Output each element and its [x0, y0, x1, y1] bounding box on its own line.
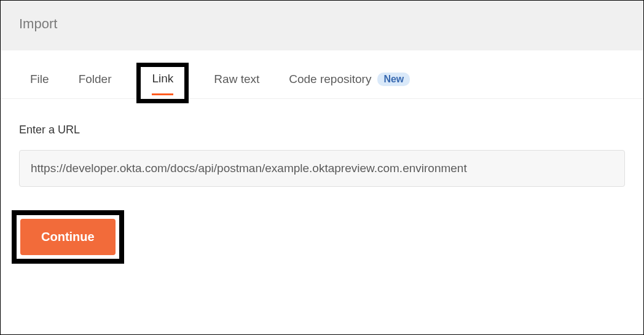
url-input[interactable] — [19, 150, 625, 187]
tab-file[interactable]: File — [30, 73, 49, 89]
url-label: Enter a URL — [19, 124, 625, 136]
new-badge: New — [377, 73, 410, 86]
tab-code-repository-label: Code repository — [289, 73, 371, 86]
highlight-box-link-tab: Link — [136, 63, 189, 103]
continue-button[interactable]: Continue — [20, 219, 116, 255]
highlight-box-continue: Continue — [12, 210, 124, 264]
dialog-title: Import — [19, 16, 625, 32]
tab-raw-text[interactable]: Raw text — [214, 73, 259, 89]
tab-bar: File Folder Link Raw text Code repositor… — [1, 50, 643, 99]
button-section: Continue — [1, 199, 643, 275]
dialog-content: File Folder Link Raw text Code repositor… — [1, 50, 643, 275]
tab-folder[interactable]: Folder — [79, 73, 112, 89]
tab-code-repository[interactable]: Code repository New — [289, 73, 410, 89]
url-form-section: Enter a URL — [1, 99, 643, 199]
tab-link[interactable]: Link — [152, 72, 173, 88]
dialog-header: Import — [1, 1, 643, 50]
